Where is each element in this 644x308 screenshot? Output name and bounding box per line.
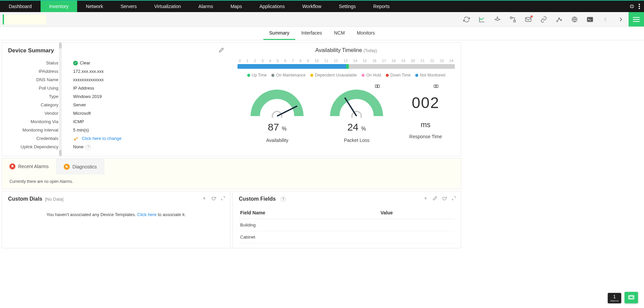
tab-monitors[interactable]: Monitors: [351, 27, 381, 40]
packetloss-compare-icon[interactable]: [375, 84, 380, 90]
graph-icon[interactable]: [551, 12, 567, 27]
label-monitoringinterval: Monitoring Interval: [8, 126, 58, 134]
responsetime-compare-icon[interactable]: [433, 84, 439, 90]
tab-diagnostics[interactable]: Diagnostics: [56, 159, 104, 174]
help-icon[interactable]: ?: [86, 145, 91, 150]
nav-settings[interactable]: Settings: [330, 1, 365, 12]
nav-servers[interactable]: Servers: [112, 1, 145, 12]
legend-notmonitored: Not Monitored: [415, 73, 445, 78]
chart-icon[interactable]: [474, 12, 490, 27]
diagnostics-icon: [64, 164, 70, 170]
timeline-hour: 3: [262, 59, 264, 63]
gauge-availability: 87 % Availability: [250, 88, 304, 143]
timeline-hour: 1: [247, 59, 249, 63]
prev-icon[interactable]: [598, 12, 613, 27]
next-icon[interactable]: [613, 12, 629, 27]
value-uplinkdep: None?: [73, 143, 121, 151]
add-icon[interactable]: [423, 196, 428, 201]
label-uplinkdep: Uplink Dependency: [8, 143, 58, 151]
value-monitoringvia: ICMP: [73, 117, 121, 126]
value-ipaddress: 172.xxx.xxx.xxx: [73, 67, 121, 75]
globe-icon[interactable]: [567, 12, 582, 27]
tab-summary[interactable]: Summary: [263, 27, 296, 40]
svg-point-17: [352, 111, 361, 118]
expand-icon[interactable]: [451, 196, 456, 201]
legend-down: Down Time: [386, 73, 411, 78]
svg-point-0: [639, 4, 640, 5]
gauge-packetloss: 24 % Packet Loss: [330, 88, 383, 143]
legend-uptime: Up Time: [247, 73, 267, 78]
compress-icon[interactable]: [627, 4, 637, 9]
alert-icon[interactable]: [490, 12, 505, 27]
nav-virtualization[interactable]: Virtualization: [146, 1, 190, 12]
refresh-icon[interactable]: [459, 12, 474, 27]
cf-cell-name: Cabinet: [239, 231, 379, 243]
topology-icon[interactable]: [505, 12, 521, 27]
availability-title: Availability Timeline (Today): [237, 47, 455, 53]
svg-rect-19: [434, 85, 436, 88]
value-dnsname: xxxxxxxxxxxxxx: [73, 75, 121, 84]
timeline-hour: 21: [421, 59, 425, 63]
label-pollusing: Poll Using: [8, 84, 58, 92]
timeline-hour: 7: [292, 59, 294, 63]
timeline-hour: 17: [382, 59, 386, 63]
nav-maps[interactable]: Maps: [222, 1, 251, 12]
tab-recent-alarms[interactable]: Recent Alarms: [2, 159, 56, 174]
timeline-hour: 2: [254, 59, 256, 63]
label-dnsname: DNS Name: [8, 75, 58, 84]
nav-dashboard[interactable]: Dashboard: [0, 1, 41, 12]
svg-rect-15: [375, 85, 377, 88]
link-icon[interactable]: [536, 12, 551, 27]
cf-header-value: Value: [379, 207, 455, 219]
label-vendor: Vendor: [8, 109, 58, 117]
label-type: Type: [8, 92, 58, 101]
device-summary-title: Device Summary: [8, 47, 225, 54]
nav-alarms[interactable]: Alarms: [190, 1, 222, 12]
nav-network[interactable]: Network: [77, 1, 112, 12]
edit-icon[interactable]: [219, 47, 224, 54]
svg-line-18: [345, 98, 357, 116]
tab-ncm[interactable]: NCM: [328, 27, 351, 40]
hamburger-menu[interactable]: [629, 12, 644, 27]
add-icon[interactable]: [202, 196, 207, 201]
gauge-packetloss-value: 24 %: [330, 121, 383, 133]
terminal-icon[interactable]: [582, 12, 598, 27]
label-status: Status: [8, 59, 58, 67]
credentials-link[interactable]: Click here to change: [82, 136, 122, 141]
refresh-panel-icon[interactable]: [211, 196, 216, 201]
tab-interfaces[interactable]: Interfaces: [295, 27, 328, 40]
svg-rect-6: [526, 17, 531, 21]
timeline-hour: 24: [449, 59, 453, 63]
help-icon[interactable]: ?: [280, 196, 286, 202]
edit-icon[interactable]: [433, 196, 437, 201]
nav-applications[interactable]: Applications: [251, 1, 293, 12]
svg-rect-23: [629, 296, 633, 298]
gauge-responsetime-label: Response Time: [409, 134, 442, 139]
mail-icon[interactable]: [521, 12, 536, 27]
nav-inventory[interactable]: Inventory: [41, 1, 77, 12]
top-navigation: Dashboard Inventory Network Servers Virt…: [0, 0, 644, 12]
floating-screen-button[interactable]: [625, 292, 638, 303]
timeline-hour: 10: [315, 59, 319, 63]
associate-link[interactable]: Click here: [137, 212, 157, 217]
refresh-panel-icon[interactable]: [442, 196, 447, 201]
custom-fields-title: Custom Fields ?: [239, 196, 455, 202]
custom-fields-panel: Custom Fields ? Field Name Value Buildin…: [232, 191, 461, 248]
custom-fields-table: Field Name Value BuildingCabinet: [239, 207, 455, 243]
nav-workflow[interactable]: Workflow: [293, 1, 330, 12]
timeline-bar: [237, 64, 455, 69]
timeline-hour: 6: [284, 59, 286, 63]
more-menu-icon[interactable]: [637, 4, 642, 9]
legend-dependent: Dependent Unavailable: [310, 73, 357, 78]
expand-icon[interactable]: [221, 196, 225, 201]
status-clear-icon: ✓: [73, 61, 78, 65]
timeline-hour: 8: [300, 59, 302, 63]
alarm-count-badge[interactable]: 1 Alarms: [608, 293, 621, 303]
custom-dials-panel: Custom Dials [No Data] You haven't assoc…: [2, 191, 230, 248]
svg-rect-20: [436, 85, 438, 88]
device-tabs: Summary Interfaces NCM Monitors: [0, 27, 644, 40]
svg-rect-4: [511, 17, 512, 18]
cf-cell-name: Building: [239, 219, 379, 231]
nav-reports[interactable]: Reports: [365, 1, 398, 12]
timeline-segment-notmonitored: [349, 64, 455, 69]
